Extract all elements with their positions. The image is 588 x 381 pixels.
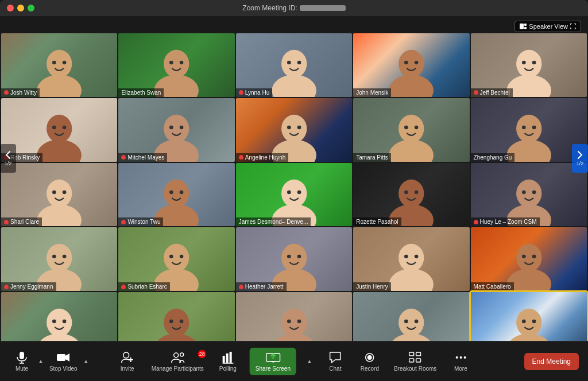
participant-name-4: John Mensik (353, 88, 391, 97)
participant-video-18 (236, 227, 352, 291)
svg-point-93 (287, 320, 291, 324)
video-cell-2[interactable]: Elizabeth Swan (118, 33, 234, 97)
svg-point-76 (399, 244, 424, 272)
close-button[interactable] (7, 5, 14, 11)
svg-point-44 (47, 179, 72, 207)
video-cell-12[interactable]: Winston Twu (118, 163, 234, 227)
participant-name-text: Matt Caballero (474, 283, 511, 290)
svg-point-60 (516, 179, 541, 207)
participant-name-19: Justin Henry (353, 282, 391, 291)
svg-point-25 (52, 125, 56, 129)
participant-video-2 (118, 33, 234, 97)
participant-name-2: Elizabeth Swan (118, 88, 164, 97)
speaker-view-button[interactable]: Speaker View (514, 21, 581, 32)
manage-participants-button[interactable]: 28 Manage Participants (149, 349, 206, 374)
svg-point-18 (415, 61, 419, 65)
video-cell-16[interactable]: Jenny Eggimann (1, 227, 117, 291)
muted-icon (239, 285, 243, 289)
svg-rect-106 (57, 354, 65, 361)
muted-icon (239, 155, 243, 160)
participant-name-text: Justin Henry (356, 283, 388, 290)
maximize-button[interactable] (28, 5, 34, 11)
video-cell-15[interactable]: Huey Le – Zoom CSM (471, 163, 587, 227)
svg-point-14 (297, 61, 301, 65)
more-button[interactable]: More (448, 349, 473, 374)
muted-icon (239, 90, 243, 95)
video-cell-1[interactable]: Josh Witty (1, 33, 117, 97)
participant-name-7: Mitchel Mayes (118, 153, 167, 162)
prev-page-button[interactable]: 1/2 (0, 144, 16, 173)
chat-button[interactable]: Chat (323, 349, 348, 374)
video-cell-13[interactable]: James Desmond– Denve... (236, 163, 352, 227)
video-cell-6[interactable]: Rob Rinsky (1, 98, 117, 162)
minimize-button[interactable] (17, 5, 24, 11)
mute-chevron[interactable]: ▲ (37, 358, 45, 364)
right-page-label: 1/2 (577, 161, 584, 166)
share-chevron[interactable]: ▲ (305, 358, 314, 364)
meeting-id-value (300, 5, 346, 11)
muted-icon (121, 285, 126, 289)
muted-icon (4, 220, 9, 224)
svg-point-75 (389, 269, 434, 291)
participant-name-18: Heather Jarrett (236, 282, 287, 291)
video-cell-19[interactable]: Justin Henry (353, 227, 469, 291)
svg-point-53 (287, 190, 291, 194)
breakout-rooms-icon (407, 351, 423, 364)
video-cell-8[interactable]: Angeline Huynh (236, 98, 352, 162)
svg-point-38 (415, 125, 419, 129)
video-cell-4[interactable]: John Mensik (353, 33, 469, 97)
svg-point-45 (52, 190, 56, 194)
muted-icon (474, 220, 478, 224)
video-cell-20[interactable]: Matt Caballero (471, 227, 587, 291)
video-cell-14[interactable]: Rozette Pasahol (353, 163, 469, 227)
svg-point-58 (415, 190, 419, 194)
video-cell-3[interactable]: Lynna Hu (236, 33, 352, 97)
participant-video-16 (1, 227, 117, 291)
svg-rect-125 (416, 359, 421, 362)
svg-point-86 (63, 320, 67, 324)
participant-count-badge: 28 (198, 350, 206, 358)
svg-rect-2 (524, 27, 527, 29)
share-screen-button[interactable]: Share Screen (250, 348, 296, 375)
participant-name-text: Elizabeth Swan (121, 90, 161, 96)
svg-rect-124 (409, 359, 414, 362)
participant-name-14: Rozette Pasahol (353, 217, 401, 226)
svg-point-84 (47, 309, 72, 337)
svg-point-98 (415, 320, 419, 324)
video-cell-7[interactable]: Mitchel Mayes (118, 98, 234, 162)
end-meeting-button[interactable]: End Meeting (524, 353, 579, 370)
invite-button[interactable]: Invite (115, 349, 140, 374)
svg-point-4 (47, 50, 72, 78)
video-cell-10[interactable]: Zhenghang Gu (471, 98, 587, 162)
svg-point-97 (404, 320, 408, 324)
svg-point-19 (506, 75, 551, 97)
svg-point-128 (463, 356, 466, 359)
video-chevron[interactable]: ▲ (82, 358, 90, 364)
participant-video-12 (118, 163, 234, 227)
svg-point-42 (532, 125, 536, 129)
participant-name-text: Rozette Pasahol (356, 219, 398, 225)
participant-name-1: Josh Witty (1, 88, 40, 97)
video-cell-5[interactable]: Jeff Bechtel (471, 33, 587, 97)
next-page-button[interactable]: 1/2 (572, 144, 588, 173)
polling-button[interactable]: Polling (215, 349, 241, 374)
participant-name-20: Matt Caballero (471, 282, 514, 291)
muted-icon (474, 90, 478, 95)
video-cell-11[interactable]: Shari Clare (1, 163, 117, 227)
participant-name-5: Jeff Bechtel (471, 88, 513, 97)
record-button[interactable]: Record (357, 349, 382, 374)
mute-button[interactable]: Mute (9, 349, 34, 374)
participant-name-text: Huey Le – Zoom CSM (480, 219, 537, 225)
breakout-rooms-button[interactable]: Breakout Rooms (392, 349, 439, 374)
svg-point-12 (281, 50, 307, 78)
video-cell-18[interactable]: Heather Jarrett (236, 227, 352, 291)
participant-video-13 (236, 163, 352, 227)
participant-name-10: Zhenghang Gu (471, 153, 515, 162)
video-cell-9[interactable]: Tamara Pitts (353, 98, 469, 162)
participant-name-9: Tamara Pitts (353, 153, 391, 162)
participant-video-9 (353, 98, 469, 162)
stop-video-button[interactable]: Stop Video (47, 349, 80, 374)
svg-point-13 (287, 61, 291, 65)
record-icon (362, 351, 378, 364)
video-cell-17[interactable]: Subriah Esharc (118, 227, 234, 291)
